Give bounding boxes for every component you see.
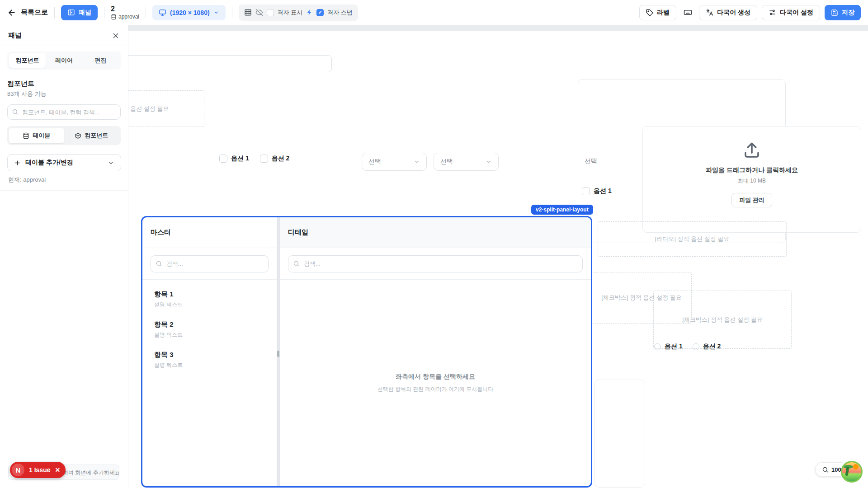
current-table-label: 현재: approval <box>0 171 128 191</box>
i18n-generate-text: 다국어 생성 <box>717 9 750 17</box>
save-button-text: 저장 <box>842 9 854 17</box>
detail-search-row <box>280 248 591 280</box>
screen-number: 2 <box>111 5 139 13</box>
add-table-label: 테이블 추가/변경 <box>25 159 73 167</box>
canvas-select-2[interactable]: 선택 <box>434 153 499 171</box>
back-label: 목록으로 <box>21 8 48 17</box>
screen-meta: 2 approval <box>111 5 139 20</box>
source-tab-table[interactable]: 테이블 <box>9 128 64 143</box>
split-master-pane: 마스터 항목 1 설명 텍스트 항목 2 설명 텍스트 항목 3 <box>142 217 277 486</box>
tag-icon <box>646 9 653 16</box>
file-upload-dropzone[interactable]: 파일을 드래그하거나 클릭하세요 최대 10 MB 파일 관리 <box>642 126 861 233</box>
source-tab-table-label: 테이블 <box>33 131 50 140</box>
detail-search-input[interactable] <box>288 255 583 272</box>
divider <box>54 7 55 19</box>
i18n-generate-button[interactable]: 다국어 생성 <box>699 5 757 20</box>
list-item[interactable]: 항목 1 설명 텍스트 <box>151 284 269 314</box>
detail-header: 디테일 <box>280 217 591 248</box>
checkbox-label: 옵션 1 <box>594 187 612 195</box>
list-item[interactable]: 항목 3 설명 텍스트 <box>151 345 269 375</box>
master-search-input[interactable] <box>151 255 269 272</box>
split-panel-component[interactable]: 마스터 항목 1 설명 텍스트 항목 2 설명 텍스트 항목 3 <box>141 216 592 488</box>
upload-icon <box>742 141 761 160</box>
resize-grip-icon[interactable] <box>277 351 279 357</box>
table-name: approval <box>118 14 139 20</box>
viewport-size-dropdown[interactable]: (868 × 488) <box>152 5 226 20</box>
checkbox-option-2[interactable]: 옵션 2 <box>260 155 290 163</box>
canvas-checkbox-group: 옵션 1 옵션 2 <box>219 155 289 163</box>
chevron-down-icon <box>414 159 420 165</box>
selected-component-badge: v2-split-panel-layout <box>531 205 593 215</box>
component-search-input[interactable] <box>7 104 121 120</box>
divider <box>104 7 104 19</box>
keyboard-shortcuts-button[interactable] <box>681 6 694 19</box>
canvas-top-strip <box>0 25 868 31</box>
back-button[interactable]: 목록으로 <box>7 8 48 17</box>
add-table-button[interactable]: 테이블 추가/변경 <box>7 154 121 171</box>
canvas[interactable]: 정적 옵션 설정 필요 옵션 1 옵션 2 선택 선택 선택 옵션 1 파일을 … <box>0 25 868 488</box>
label-button[interactable]: 라벨 <box>639 5 676 20</box>
upload-size-limit: 최대 10 MB <box>738 177 766 185</box>
grid-show-checkbox[interactable] <box>267 9 274 16</box>
canvas-checkbox-placeholder-1[interactable]: [체크박스] 정적 옵션 설정 필요 <box>591 272 692 324</box>
components-section-title: 컴포넌트 <box>7 80 121 88</box>
arrow-left-icon <box>7 8 16 17</box>
sun-graphic <box>853 464 859 469</box>
placeholder-text: [체크박스] 정적 옵션 설정 필요 <box>601 294 682 302</box>
grid-icon <box>244 9 252 16</box>
grid-snap-label: 격자 스냅 <box>327 9 353 17</box>
divider <box>232 7 232 19</box>
save-icon <box>831 9 838 16</box>
panel-close-button[interactable] <box>112 32 120 40</box>
tab-components[interactable]: 컴포넌트 <box>9 53 46 68</box>
source-tab-component[interactable]: 컴포넌트 <box>64 128 119 143</box>
checkbox-icon[interactable] <box>219 155 227 163</box>
issue-badge[interactable]: N 1 Issue ✕ <box>10 462 66 478</box>
panel-button-label: 패널 <box>79 9 91 17</box>
list-item-desc: 설명 텍스트 <box>154 331 265 339</box>
checkbox-icon[interactable] <box>582 187 590 195</box>
database-icon <box>111 14 117 20</box>
tab-layers[interactable]: 레이어 <box>46 53 82 68</box>
panel-left-icon <box>67 9 75 16</box>
detail-title: 디테일 <box>288 228 308 237</box>
checkbox-icon[interactable] <box>260 155 268 163</box>
search-icon <box>293 260 300 267</box>
issue-count-label: 1 Issue <box>29 466 50 474</box>
card-checkbox-option[interactable]: 옵션 1 <box>582 187 612 195</box>
list-item-desc: 설명 텍스트 <box>154 361 265 369</box>
canvas-select-1[interactable]: 선택 <box>362 153 427 171</box>
island-widget-icon[interactable] <box>841 461 863 483</box>
tab-edit[interactable]: 편집 <box>82 53 119 68</box>
list-item-title: 항목 2 <box>154 320 265 329</box>
select-value: 선택 <box>440 158 453 166</box>
list-item[interactable]: 항목 2 설명 텍스트 <box>151 314 269 345</box>
file-manage-button[interactable]: 파일 관리 <box>731 193 772 207</box>
list-item-title: 항목 3 <box>154 351 265 359</box>
master-title: 마스터 <box>151 228 171 237</box>
i18n-settings-button[interactable]: 다국어 설정 <box>762 5 820 20</box>
select-value: 선택 <box>368 158 381 166</box>
split-detail-pane: 디테일 좌측에서 항목을 선택하세요 선택한 항목의 관련 데이터가 여기에 표… <box>280 217 591 486</box>
canvas-side-card[interactable] <box>594 380 645 488</box>
panel-toggle-button[interactable]: 패널 <box>61 5 98 20</box>
source-tab-component-label: 컴포넌트 <box>85 131 108 140</box>
panel-tabs: 컴포넌트 레이어 편집 <box>7 52 121 70</box>
checkbox-option-1[interactable]: 옵션 1 <box>219 155 249 163</box>
list-item-desc: 설명 텍스트 <box>154 301 265 309</box>
upload-title: 파일을 드래그하거나 클릭하세요 <box>706 166 798 174</box>
grid-controls: 격자 표시 ✓ 격자 스냅 <box>239 5 358 21</box>
lightning-icon <box>306 9 313 16</box>
panel-title: 패널 <box>8 31 22 40</box>
grid-snap-checkbox[interactable]: ✓ <box>316 9 324 16</box>
eye-off-icon[interactable] <box>255 9 263 16</box>
keyboard-icon <box>684 8 692 17</box>
master-search-row <box>142 248 277 280</box>
cube-icon <box>75 132 81 139</box>
issue-badge-close-icon[interactable]: ✕ <box>55 466 60 474</box>
split-resize-handle[interactable] <box>277 217 280 486</box>
save-button[interactable]: 저장 <box>825 5 861 20</box>
detail-empty-state: 좌측에서 항목을 선택하세요 선택한 항목의 관련 데이터가 여기에 표시됩니다 <box>280 280 591 486</box>
canvas-radio-placeholder[interactable]: [라디오] 정적 옵션 설정 필요 <box>598 221 787 257</box>
zoom-level-value: 100 <box>831 466 841 473</box>
